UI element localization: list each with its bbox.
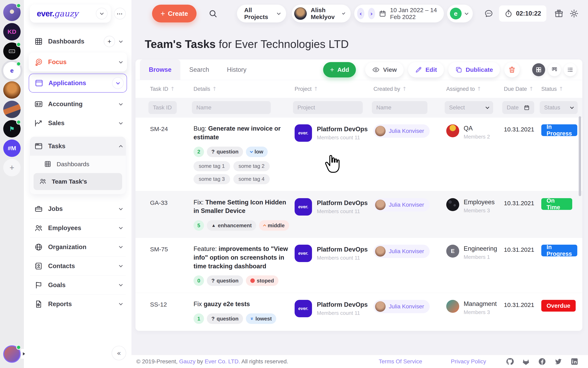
timer-widget[interactable]: 02:10:22	[499, 5, 546, 22]
workspace-avatar-ever[interactable]: e	[3, 62, 21, 79]
workspace-avatar-kd[interactable]: KD	[3, 23, 21, 40]
sidebar-subitem-team-task-s[interactable]: Team Task's	[34, 173, 122, 190]
task-project[interactable]: ever.Platform DevOpsMembers count 11	[294, 198, 374, 231]
task-row-sm-24[interactable]: SM-24Bug: Generate new invoice or estima…	[136, 117, 582, 191]
workspace-avatar-banner[interactable]	[3, 101, 21, 118]
add-workspace-button[interactable]: +	[3, 159, 21, 176]
gift-icon[interactable]	[554, 9, 563, 18]
sidebar-item-tasks[interactable]: Tasks	[30, 137, 126, 156]
add-button[interactable]: +Add	[323, 62, 356, 77]
task-project[interactable]: ever.Platform DevOpsMembers count 11	[294, 245, 374, 286]
grid-view-toggle[interactable]	[532, 63, 545, 76]
task-row-ga-33[interactable]: GA-33Fix: Theme Setting Icon Hidden in S…	[136, 191, 582, 238]
tab-history[interactable]: History	[218, 59, 255, 80]
linkedin-icon[interactable]	[570, 357, 579, 366]
add-dashboard-button[interactable]: +	[104, 36, 115, 47]
workspace-avatar-teletubby[interactable]	[3, 4, 21, 21]
facebook-icon[interactable]	[538, 357, 546, 366]
filter-task-id[interactable]	[148, 101, 177, 114]
column-header-created-by[interactable]: Created by↑	[374, 86, 446, 92]
column-header-due-date[interactable]: Due Date↑	[504, 86, 541, 92]
view-button[interactable]: View	[365, 62, 404, 77]
workspace-avatar-flag[interactable]: ⚑	[3, 120, 21, 138]
creator-chip[interactable]: Julia Konviser	[374, 124, 430, 138]
tab-search[interactable]: Search	[180, 59, 218, 80]
assigned-team[interactable]: EmployeesMembers 3	[446, 198, 504, 231]
column-header-status[interactable]: Status↑	[541, 86, 572, 92]
user-select[interactable]: Alish Meklyov	[292, 5, 351, 22]
projects-select[interactable]: All Projects	[237, 5, 286, 22]
chevron-down-icon	[486, 105, 489, 109]
chevron-button[interactable]	[112, 77, 124, 89]
create-button[interactable]: +Create	[152, 5, 197, 22]
workspace-avatar-black-logo[interactable]: •••	[3, 42, 21, 60]
assigned-team[interactable]: QAMembers 2	[446, 124, 504, 184]
filter-input[interactable]	[376, 104, 423, 111]
column-header-project[interactable]: Project↑	[294, 86, 374, 92]
cards-view-toggle[interactable]	[548, 63, 561, 76]
date-range-label[interactable]: 10 Jan 2022 – 14 Feb 2022	[390, 7, 437, 20]
sidebar-subitem-dashboards[interactable]: Dashboards	[30, 156, 126, 173]
sidebar-item-sales[interactable]: Sales	[30, 114, 126, 133]
sidebar-item-applications[interactable]: Applications	[29, 74, 127, 92]
filter-input[interactable]	[153, 104, 172, 111]
dublicate-button[interactable]: Dublicate	[448, 62, 500, 77]
github-icon[interactable]	[505, 357, 514, 366]
filter-input[interactable]	[196, 104, 266, 111]
brand-chevron-button[interactable]	[96, 8, 108, 19]
rail-expand-button[interactable]	[21, 349, 27, 359]
sidebar-item-accounting[interactable]: Accounting	[30, 95, 126, 114]
footer-link-privacy-policy[interactable]: Privacy Policy	[451, 358, 486, 365]
workspace-avatar-portrait[interactable]	[3, 81, 21, 99]
creator-chip[interactable]: Julia Konviser	[374, 300, 430, 313]
assigned-team[interactable]: ManagmentMembers 3	[446, 300, 504, 324]
more-options-button[interactable]: ⋯	[114, 8, 126, 19]
footer-link-terms-of-service[interactable]: Terms Of Service	[379, 358, 422, 365]
table-scrollbar[interactable]	[579, 116, 581, 196]
badge-enhancement: ▲enhancement	[207, 220, 256, 231]
sidebar-item-focus[interactable]: Focus	[29, 53, 127, 72]
sidebar-item-dashboards[interactable]: Dashboards+	[30, 32, 126, 51]
sidebar-item-goals[interactable]: Goals	[30, 276, 126, 294]
filter-project[interactable]	[293, 101, 363, 114]
gauzy-link[interactable]: Gauzy	[179, 358, 195, 365]
sidebar-item-organization[interactable]: Organization	[30, 237, 126, 256]
sidebar-item-reports[interactable]: Reports	[30, 294, 126, 313]
task-project[interactable]: ever.Platform DevOpsMembers count 11	[294, 124, 374, 184]
list-view-toggle[interactable]	[564, 63, 577, 76]
filter-date[interactable]: Date	[502, 101, 534, 114]
filter-name[interactable]	[372, 101, 427, 114]
sidebar-item-employees[interactable]: Employees	[30, 218, 126, 237]
creator-chip[interactable]: Julia Konviser	[374, 245, 430, 258]
edit-button[interactable]: Edit	[408, 62, 444, 77]
delete-button[interactable]	[504, 62, 520, 77]
task-row-ss-12[interactable]: SS-12Fix gauzy e2e tests1?question»lowes…	[136, 293, 582, 331]
workspace-select[interactable]: e	[447, 5, 473, 22]
filter-status[interactable]: Status	[540, 101, 578, 114]
sidebar-collapse-button[interactable]: «	[112, 346, 126, 360]
workspace-avatar-hm[interactable]: #M	[3, 139, 21, 157]
filter-input[interactable]	[297, 104, 358, 111]
brand-logo[interactable]: ever.gauzy	[30, 4, 111, 23]
column-header-details[interactable]: Details↑	[193, 86, 294, 92]
twitter-icon[interactable]	[554, 357, 562, 366]
filter-name[interactable]	[192, 101, 271, 114]
search-icon[interactable]	[208, 9, 218, 18]
sidebar-item-jobs[interactable]: Jobs	[30, 199, 126, 218]
gitlab-icon[interactable]	[522, 357, 530, 366]
tab-browse[interactable]: Browse	[140, 59, 180, 80]
creator-chip[interactable]: Julia Konviser	[374, 198, 430, 212]
sidebar-item-contacts[interactable]: Contacts	[30, 256, 126, 276]
column-header-assigned-to[interactable]: Assigned to↑	[446, 86, 504, 92]
ever-co-link[interactable]: Ever Co. LTD.	[205, 358, 240, 365]
profile-avatar[interactable]	[3, 345, 21, 363]
filter-select[interactable]: Select	[445, 101, 493, 114]
task-row-sm-75[interactable]: SM-75Feature: improvements to "View info…	[136, 238, 582, 293]
task-project[interactable]: ever.Platform DevOpsMembers count 11	[294, 300, 374, 324]
chat-icon[interactable]	[484, 9, 493, 18]
date-next-button[interactable]: ›	[368, 8, 375, 19]
assigned-team[interactable]: EEngineeringMembers 1	[446, 245, 504, 286]
date-prev-button[interactable]: ‹	[357, 8, 364, 19]
column-header-task-id[interactable]: Task ID↑	[150, 86, 193, 92]
settings-gear-icon[interactable]	[570, 9, 579, 18]
